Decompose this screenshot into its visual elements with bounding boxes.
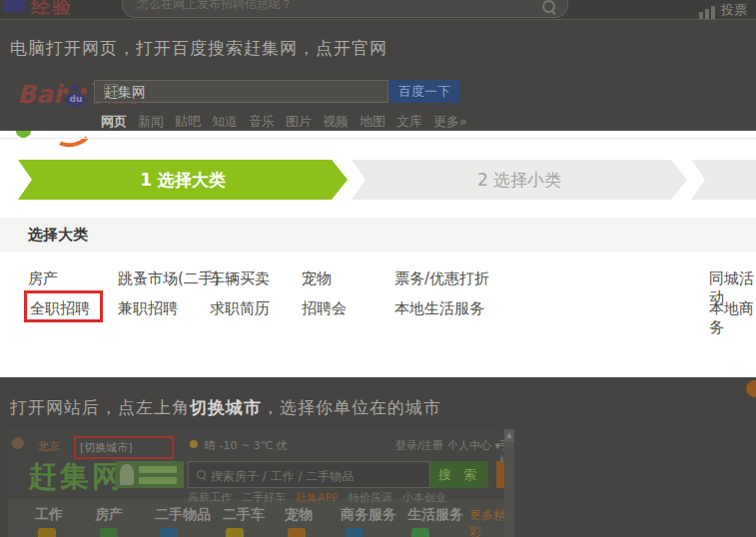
- ganji-cat-goods: 二手物品: [155, 506, 211, 524]
- jingyan-search-value: 怎么在网上发布招聘信息呢？: [137, 0, 293, 13]
- link-app: 赶集APP: [296, 490, 339, 505]
- ganji-homepage-screenshot: 北京 [切换城市] 晴 -10 ~ 3℃ 优 登录/注册 个人中心 ▾ 手机上 …: [8, 429, 514, 537]
- jingyan-logo-icon: [3, 0, 25, 12]
- ganji-search-placeholder: 搜索房子 / 工作 / 二手物品: [211, 468, 354, 485]
- highlight-box-fulltime-job: [24, 290, 103, 322]
- category-qiuzhi[interactable]: 求职简历: [210, 299, 270, 318]
- location-pin-icon: [12, 437, 24, 449]
- baidu-tabs: 网页 新闻 贴吧 知道 音乐 图片 视频 地图 文库 更多»: [101, 113, 467, 131]
- instruction-text-top: 电脑打开网页，打开百度搜索赶集网，点开官网: [10, 37, 387, 60]
- box-icon: [160, 528, 178, 537]
- panel-title: 选择大类: [0, 218, 756, 252]
- search-icon: [542, 0, 555, 13]
- tab-map[interactable]: 地图: [360, 113, 385, 131]
- ganji-quick-links: 高薪工作 二手好车 赶集APP 特价房源 小本创业: [188, 490, 446, 505]
- ganji-logo: 赶集网: [28, 457, 124, 497]
- link-tejia: 特价房源: [349, 490, 392, 505]
- paw-icon: [288, 528, 306, 537]
- tab-music[interactable]: 音乐: [249, 113, 275, 131]
- note-pre: 打开网站后，点左上角: [10, 397, 190, 417]
- briefcase2-icon: [346, 528, 364, 537]
- link-xiaoben: 小本创业: [402, 490, 446, 505]
- baidu-search-button[interactable]: 百度一下: [389, 80, 459, 103]
- vote-bars-icon: [699, 6, 715, 19]
- category-fangchan[interactable]: 房产: [28, 269, 58, 288]
- category-zhaopinhui[interactable]: 招聘会: [302, 299, 347, 318]
- search-icon: [197, 470, 206, 479]
- scrollbar: ▲: [504, 429, 514, 537]
- link-ershou: 二手好车: [242, 490, 286, 505]
- ganji-promo-banner: [116, 461, 184, 488]
- jingyan-logo: 经验: [31, 0, 73, 20]
- ganji-city: 北京: [38, 439, 60, 454]
- instruction-text-bottom: 打开网站后，点左上角切换城市，选择你单位在的城市: [10, 396, 441, 419]
- floating-button-fragment: [746, 380, 756, 397]
- jingyan-header: 经验 怎么在网上发布招聘信息呢？ 投票: [0, 0, 756, 20]
- tab-images[interactable]: 图片: [286, 113, 312, 131]
- switch-city-link: [切换城市]: [80, 440, 133, 455]
- category-shangwu[interactable]: 本地商务: [709, 299, 756, 337]
- scroll-up-icon: ▲: [504, 429, 514, 442]
- banner-person-icon: [120, 464, 134, 485]
- wizard-step-1[interactable]: 1 选择大类: [18, 160, 348, 200]
- tab-more[interactable]: 更多»: [433, 113, 467, 131]
- briefcase-icon: [38, 528, 56, 537]
- category-chongwu[interactable]: 宠物: [302, 269, 332, 288]
- category-tiaozao[interactable]: 跳蚤市场(二手): [118, 269, 220, 288]
- vote-label: 投票: [721, 1, 747, 19]
- ganji-user-center: 个人中心 ▾: [447, 438, 500, 453]
- service-icon: [411, 528, 429, 537]
- baidu-logo-latin: Bai: [17, 80, 62, 109]
- note-post: ，选择你单位在的城市: [262, 397, 441, 417]
- tab-tieba[interactable]: 贴吧: [175, 113, 201, 131]
- tab-wenku[interactable]: 文库: [396, 113, 422, 131]
- ganji-search-button: 搜 索: [430, 461, 488, 488]
- baidu-paw-icon: du: [63, 84, 89, 109]
- ganji-cat-life: 生活服务: [407, 506, 463, 524]
- jingyan-search-input[interactable]: 怎么在网上发布招聘信息呢？: [122, 0, 568, 18]
- category-select-panel: 1 选择大类 2 选择小类 选择大类 房产 跳蚤市场(二手) 车辆买卖 宠物 票…: [0, 131, 756, 377]
- ganji-cat-car: 二手车: [223, 506, 265, 524]
- ganji-cat-house: 房产: [95, 506, 123, 524]
- category-cheliang[interactable]: 车辆买卖: [210, 269, 270, 288]
- highlight-box-switch-city: [切换城市]: [74, 436, 174, 459]
- note-bold: 切换城市: [190, 397, 262, 417]
- ganji-logo-fragment-orange: [50, 131, 95, 151]
- tab-webpage[interactable]: 网页: [101, 113, 127, 131]
- wizard-step-2[interactable]: 2 选择小类: [352, 160, 687, 200]
- ganji-search-input: 搜索房子 / 工作 / 二手物品: [188, 461, 430, 488]
- baidu-search-input[interactable]: 赶集网: [94, 80, 388, 103]
- ganji-logo-fragment-green: [16, 131, 31, 138]
- camera-icon[interactable]: [104, 84, 119, 96]
- ganji-cat-pet: 宠物: [285, 506, 313, 524]
- tab-video[interactable]: 视频: [323, 113, 349, 131]
- house-icon: [100, 528, 118, 537]
- car-icon: [226, 528, 244, 537]
- tab-news[interactable]: 新闻: [138, 113, 164, 131]
- category-jianzhi[interactable]: 兼职招聘: [118, 299, 178, 318]
- ganji-cat-biz: 商务服务: [341, 506, 396, 524]
- category-piaowu[interactable]: 票务/优惠打折: [394, 269, 489, 288]
- vote-button[interactable]: 投票: [699, 1, 747, 19]
- ganji-cat-job: 工作: [35, 506, 63, 524]
- category-bendi[interactable]: 本地生活服务: [394, 299, 484, 318]
- ganji-weather: 晴 -10 ~ 3℃ 优: [205, 438, 288, 453]
- page-root: 经验 怎么在网上发布招聘信息呢？ 投票 电脑打开网页，打开百度搜索赶集网，点开官…: [0, 0, 756, 537]
- divider: [0, 138, 756, 139]
- wizard-step-3: [691, 160, 756, 200]
- sun-icon: [190, 440, 198, 448]
- link-gaoxin: 高薪工作: [188, 490, 232, 505]
- tab-zhidao[interactable]: 知道: [212, 113, 238, 131]
- ganji-login-link: 登录/注册: [395, 438, 443, 453]
